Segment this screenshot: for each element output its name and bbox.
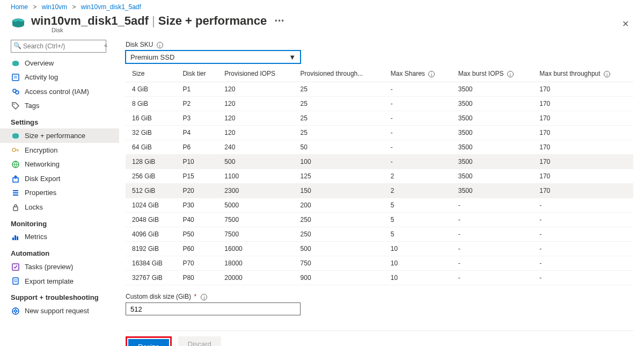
sku-cell-biops: 3500 [452,126,533,140]
sku-row[interactable]: 16384 GiBP701800075010-- [126,256,633,271]
lock-icon [11,203,20,212]
sku-cell-btp: - [533,227,633,242]
sku-cell-tier: P50 [176,227,218,242]
custom-size-label: Custom disk size (GiB) [126,293,191,300]
column-header: Max burst IOPS i [452,67,533,82]
sku-row[interactable]: 128 GiBP10500100-3500170 [126,155,633,169]
svg-point-35 [14,310,17,312]
info-icon[interactable]: i [201,294,207,300]
nav-item-new-support-request[interactable]: New support request [0,304,119,318]
disk-icon [11,59,20,68]
info-icon[interactable]: i [507,71,514,77]
disk-sku-dropdown[interactable]: Premium SSD ▼ [126,51,301,63]
column-header: Size [126,67,176,82]
sku-cell-tp: 750 [294,256,384,271]
nav-item-properties[interactable]: Properties [0,186,119,200]
custom-disk-size-input[interactable] [126,302,301,315]
tags-icon [11,102,20,111]
sku-cell-shares: 2 [384,184,452,198]
sku-cell-size: 128 GiB [126,155,176,169]
sku-cell-tp: 250 [294,227,384,242]
nav-item-activity-log[interactable]: Activity log [0,70,119,85]
sku-cell-tp: 100 [294,155,384,169]
close-blade-button[interactable]: ✕ [618,17,633,31]
resource-menu: 🔍 « OverviewActivity logAccess control (… [0,35,119,318]
nav-item-access-control-iam-[interactable]: Access control (IAM) [0,84,119,99]
sku-row[interactable]: 1024 GiBP3050002005-- [126,198,633,213]
svg-rect-28 [14,235,16,240]
svg-rect-31 [13,278,18,284]
sku-cell-shares: 10 [384,271,452,285]
sku-cell-tp: 200 [294,198,384,213]
sku-cell-tp: 25 [294,82,384,97]
sku-cell-tp: 150 [294,184,384,198]
nav-item-encryption[interactable]: Encryption [0,143,119,157]
sku-row[interactable]: 32 GiBP412025-3500170 [126,126,633,140]
disk-icon [11,131,20,140]
sku-row[interactable]: 2048 GiBP4075002505-- [126,213,633,227]
sku-row[interactable]: 16 GiBP312025-3500170 [126,111,633,126]
info-icon[interactable]: i [428,71,435,77]
sku-row[interactable]: 8192 GiBP601600050010-- [126,242,633,256]
sku-cell-btp: 170 [533,111,633,126]
nav-item-networking[interactable]: Networking [0,157,119,171]
nav-item-export-template[interactable]: Export template [0,274,119,289]
sku-row[interactable]: 512 GiBP20230015023500170 [126,184,633,198]
blade-footer: Resize Discard [126,330,633,346]
sku-row[interactable]: 8 GiBP212025-3500170 [126,97,633,111]
nav-item-locks[interactable]: Locks [0,200,119,214]
column-header: Provisioned IOPS [218,67,294,82]
nav-item-metrics[interactable]: Metrics [0,230,119,244]
sku-row[interactable]: 4096 GiBP5075002505-- [126,227,633,242]
sku-cell-tier: P80 [176,271,218,285]
nav-item-tasks-preview-[interactable]: Tasks (preview) [0,260,119,274]
menu-search-input[interactable] [11,40,106,53]
sku-cell-tp: 25 [294,97,384,111]
info-icon[interactable]: i [604,71,610,77]
nav-item-tags[interactable]: Tags [0,99,119,113]
sku-row[interactable]: 32767 GiBP802000090010-- [126,271,633,285]
sku-row[interactable]: 256 GiBP15110012523500170 [126,169,633,184]
svg-rect-27 [12,237,14,240]
sku-cell-btp: 170 [533,155,633,169]
breadcrumb-link[interactable]: win10vm [42,3,67,11]
sku-cell-biops: 3500 [452,140,533,155]
sku-table: SizeDisk tierProvisioned IOPSProvisioned… [126,67,633,285]
search-icon: 🔍 [13,42,21,49]
info-icon[interactable]: i [157,42,163,48]
sku-cell-btp: - [533,198,633,213]
sku-cell-btp: 170 [533,82,633,97]
sku-cell-btp: 170 [533,184,633,198]
breadcrumb-link[interactable]: win10vm_disk1_5adf [81,3,141,11]
sku-cell-iops: 7500 [218,227,294,242]
column-header: Max Shares i [384,67,452,82]
sku-cell-tp: 250 [294,213,384,227]
sku-cell-tier: P3 [176,111,218,126]
sku-cell-biops: - [452,213,533,227]
resize-button[interactable]: Resize [128,339,169,346]
svg-rect-8 [12,74,19,81]
discard-button[interactable]: Discard [178,336,221,346]
sku-row[interactable]: 4 GiBP112025-3500170 [126,82,633,97]
sku-cell-size: 16384 GiB [126,256,176,271]
breadcrumb-link[interactable]: Home [11,3,28,11]
sku-cell-tier: P6 [176,140,218,155]
svg-point-7 [12,63,19,66]
annotation-highlight: Resize [126,336,172,346]
sku-cell-iops: 5000 [218,198,294,213]
sku-cell-tp: 125 [294,169,384,184]
nav-item-disk-export[interactable]: Disk Export [0,171,119,186]
nav-item-size-performance[interactable]: Size + performance [0,128,119,143]
collapse-menu-icon[interactable]: « [104,42,107,48]
svg-point-16 [12,135,19,139]
nav-item-overview[interactable]: Overview [0,56,119,70]
sku-row[interactable]: 64 GiBP624050-3500170 [126,140,633,155]
sku-cell-tier: P60 [176,242,218,256]
more-menu-icon[interactable]: ··· [274,14,284,27]
svg-rect-29 [17,236,18,240]
nav-item-label: Export template [25,277,74,285]
nav-item-label: Locks [25,203,43,211]
nav-group-title: Settings [0,113,119,128]
page-title: win10vm_disk1_5adf | Size + performance … [31,14,618,28]
sku-cell-size: 8192 GiB [126,242,176,256]
